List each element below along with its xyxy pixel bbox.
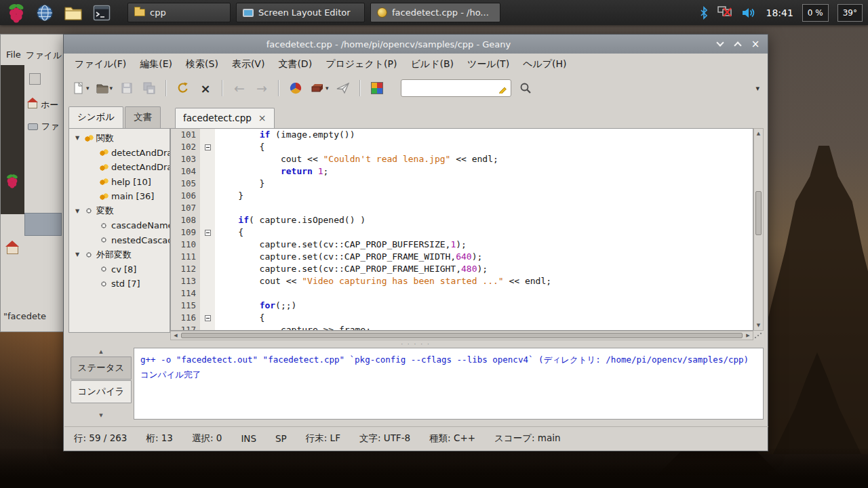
terminal-button[interactable] [91,2,113,24]
tab-close-icon[interactable]: × [258,113,267,123]
tabs-scroll-down-icon[interactable]: ▼ [68,413,134,418]
file-menu-ja[interactable]: ファイル [26,49,62,62]
save-button[interactable] [119,79,135,98]
taskbar-window-button[interactable]: Screen Layout Editor [236,3,365,22]
search-input[interactable] [401,79,511,97]
clock[interactable]: 18:41 [766,7,793,18]
sidebar-tab[interactable]: シンボル [68,106,123,128]
sidebar-item-home[interactable]: ホー [28,99,58,111]
menu-item[interactable]: 文書(D) [271,58,319,70]
scroll-down-arrow[interactable]: ▼ [754,323,763,328]
tree-item[interactable]: detectAndDraw [69,146,170,161]
menu-item[interactable]: ヘルプ(H) [516,58,573,70]
geany-titlebar[interactable]: facedetect.cpp - /home/pi/opencv/samples… [64,35,768,54]
code-line[interactable]: 107 [171,202,753,214]
scrollbar-thumb[interactable] [181,333,743,338]
color-chooser-button[interactable] [369,79,385,98]
code-lines[interactable]: 101 if (image.empty())102 {103 cout << "… [170,128,753,331]
editor-tab[interactable]: facedetect.cpp × [175,108,275,128]
code-line[interactable]: 104 return 1; [171,165,753,178]
bluetooth-icon[interactable] [699,6,709,20]
caret-down-icon[interactable]: ▾ [86,85,90,92]
file-manager-button[interactable] [62,2,84,24]
tree-group[interactable]: ▼外部変数 [69,247,170,262]
menu-item[interactable]: ツール(T) [460,58,516,70]
toolbar-icon[interactable] [29,73,41,85]
code-line[interactable]: 105 } [171,178,753,190]
cpu-monitor[interactable]: 0 % [802,4,829,22]
code-line[interactable]: 117 capture >> frame; [171,324,753,331]
menu-item[interactable]: ビルド(B) [403,58,460,70]
code-line[interactable]: 101 if (image.empty()) [171,129,753,141]
code-line[interactable]: 114 [171,287,753,300]
code-line[interactable]: 103 cout << "Couldn't read lena.jpg" << … [171,153,753,165]
tree-group[interactable]: ▼関数 [69,131,170,146]
fold-collapse-icon[interactable] [205,144,211,150]
code-line[interactable]: 111 capture.set(cv::CAP_PROP_FRAME_WIDTH… [171,251,753,263]
search-button[interactable] [517,79,534,98]
tree-item[interactable]: cv [8] [69,262,170,277]
maximize-button[interactable] [731,37,745,51]
code-line[interactable]: 110 capture.set(cv::CAP_PROP_BUFFERSIZE,… [171,239,753,251]
caret-down-icon[interactable]: ▾ [326,85,329,92]
menu-item[interactable]: ファイル(F) [68,58,133,70]
resize-grip[interactable] [753,331,764,340]
run-button[interactable] [335,79,351,98]
forward-button[interactable]: → [254,79,270,98]
temperature-monitor[interactable]: 39° [837,4,863,22]
volume-icon[interactable] [741,6,757,20]
minimize-button[interactable] [713,37,727,51]
code-line[interactable]: 109 { [171,226,753,239]
scroll-up-arrow[interactable]: ▲ [754,131,763,136]
scroll-thumb[interactable] [24,213,62,236]
expander-icon[interactable]: ▼ [75,135,84,141]
menu-item[interactable]: 検索(S) [179,58,225,70]
tree-group[interactable]: ▼変数 [69,204,170,219]
compiler-output[interactable]: g++ -o "facedetect.out" "facedetect.cpp"… [134,348,764,420]
code-line[interactable]: 113 cout << "Video capturing has been st… [171,275,753,287]
tree-item[interactable]: help [10] [69,175,170,190]
code-line[interactable]: 112 capture.set(cv::CAP_PROP_FRAME_HEIGH… [171,263,753,275]
menu-item[interactable]: 表示(V) [225,58,272,70]
menu-item[interactable]: プロジェクト(P) [319,58,403,70]
message-tab[interactable]: ステータス [71,357,132,380]
close-button[interactable]: × [749,37,762,51]
background-file-manager-window[interactable]: File ファイル ✓ ホー ファ "facedete [0,34,64,332]
taskbar-window-button[interactable]: facedetect.cpp - /ho... [370,3,500,22]
toolbar-overflow-button[interactable]: ▾ [755,84,760,93]
tree-item[interactable]: main [36] [69,189,170,204]
build-button[interactable]: ▾ [310,79,329,98]
scroll-left-arrow[interactable]: ◀ [171,333,180,338]
tree-item[interactable]: std [7] [69,277,170,291]
caret-down-icon[interactable]: ▾ [110,85,113,92]
fold-collapse-icon[interactable] [205,230,211,236]
revert-button[interactable] [175,79,191,98]
editor-vertical-scrollbar[interactable]: ▲ ▼ [753,128,764,331]
code-line[interactable]: 102 { [171,141,753,153]
message-tab[interactable]: コンパイラ [71,380,132,403]
code-line[interactable]: 108 if( capture.isOpened() ) [171,214,753,226]
browser-button[interactable] [34,2,56,24]
sidebar-tab[interactable]: 文書 [125,106,161,128]
new-file-button[interactable]: ▾ [72,79,90,98]
compile-button[interactable] [288,79,304,98]
expander-icon[interactable]: ▼ [75,208,84,214]
code-line[interactable]: 115 for(;;) [171,300,753,312]
tree-item[interactable]: cascadeName [69,218,170,233]
back-button[interactable]: ← [231,79,248,98]
taskbar-window-button[interactable]: cpp [127,3,231,22]
editor-horizontal-scrollbar[interactable]: ◀ ▶ [170,331,753,340]
code-line[interactable]: 116 { [171,312,753,324]
search-entry[interactable] [401,79,511,97]
pane-splitter[interactable]: · · · · · [64,340,768,348]
tree-item[interactable]: detectAndDraw [69,160,170,175]
expander-icon[interactable]: ▼ [75,251,84,258]
tree-item[interactable]: nestedCascade [69,233,170,248]
code-line[interactable]: 106 } [171,190,753,202]
scroll-right-arrow[interactable]: ▶ [743,333,753,338]
close-document-button[interactable]: × [197,79,214,98]
tabs-scroll-up-icon[interactable]: ▲ [68,349,134,354]
save-all-button[interactable] [141,79,157,98]
menu-button[interactable] [5,2,27,24]
open-file-button[interactable]: ▾ [96,79,113,98]
